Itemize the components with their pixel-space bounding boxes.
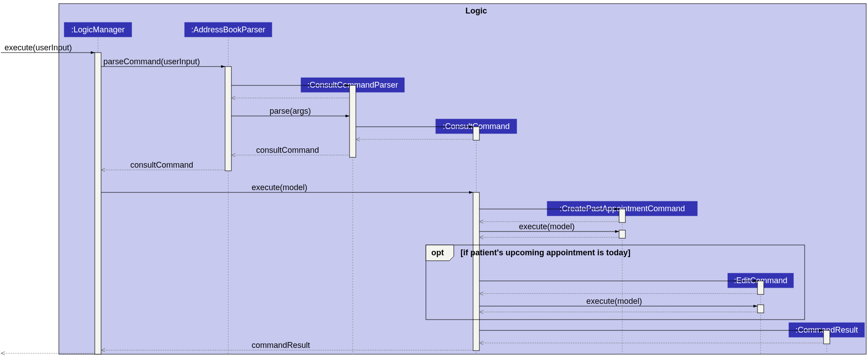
msg-parse-label: parse(args) [270,107,311,116]
msg-execute-model3-label: execute(model) [586,297,642,306]
msg-execute-model2-label: execute(model) [519,222,575,231]
activation-logicmanager [95,53,101,354]
activation-consultcommand-1 [473,127,479,140]
opt-label: opt [431,248,444,257]
activation-commandresult [824,330,830,344]
activation-editcommand-2 [757,305,764,313]
lifeline-logicmanager-label: :LogicManager [71,25,124,34]
activation-editcommand-1 [757,281,764,294]
msg-execute-model1-label: execute(model) [252,183,307,192]
opt-guard: [if patient's upcoming appointment is to… [461,248,630,257]
activation-addressbookparser [225,67,231,171]
msg-parsecommand-label: parseCommand(userInput) [103,57,200,66]
activation-createpastappointment-2 [619,230,625,238]
msg-execute-userinput-label: execute(userInput) [4,43,72,52]
activation-consultcommandparser [350,85,356,157]
msg-return-consultcommand1-label: consultCommand [256,146,319,155]
lifeline-addressbookparser-label: :AddressBookParser [191,25,265,34]
activation-consultcommand-2 [473,192,479,351]
frame-title: Logic [465,6,487,15]
activation-createpastappointment-1 [619,209,625,222]
msg-return-consultcommand2-label: consultCommand [130,160,193,169]
msg-return-commandresult-label: commandResult [252,341,310,350]
logic-frame [59,4,866,354]
